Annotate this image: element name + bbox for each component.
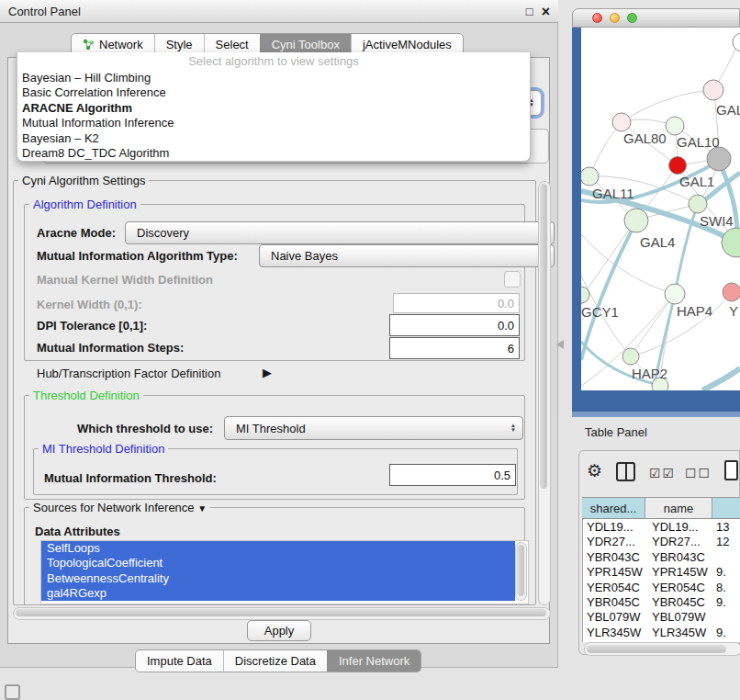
table-row[interactable]: YLR345WYLR345W9. bbox=[582, 626, 740, 640]
which-threshold-combo[interactable]: MI Threshold ▲▼ bbox=[224, 416, 523, 440]
network-node[interactable] bbox=[722, 228, 740, 257]
select-all-checkboxes-icon[interactable]: ☑☑ bbox=[649, 466, 676, 480]
column-header-shared-name[interactable]: shared... bbox=[582, 497, 645, 519]
attribute-item-selected[interactable]: BetweennessCentrality bbox=[41, 571, 515, 586]
deselect-all-checkboxes-icon[interactable]: ☐☐ bbox=[685, 466, 712, 480]
scrollbar-thumb[interactable] bbox=[517, 545, 524, 596]
tab-infer-network[interactable]: Infer Network bbox=[327, 650, 420, 672]
dropdown-item[interactable]: Dream8 DC_TDC Algorithm bbox=[17, 146, 530, 161]
network-view-canvas[interactable]: GAL GAL80 GAL10 GAL1 GAL11 SWI4 GAL4 GCY… bbox=[581, 28, 740, 390]
table-row[interactable]: YBR043CYBR043C bbox=[582, 550, 740, 565]
network-node[interactable] bbox=[666, 117, 684, 135]
dropdown-item[interactable]: Basic Correlation Inference bbox=[17, 85, 530, 100]
spinner-icon: ▲▼ bbox=[510, 423, 516, 433]
network-node[interactable] bbox=[612, 113, 631, 131]
mi-steps-input[interactable] bbox=[389, 337, 520, 359]
scrollbar-thumb[interactable] bbox=[540, 184, 547, 489]
cyni-bottom-tabbar: Impute Data Discretize Data Infer Networ… bbox=[135, 649, 421, 672]
table-row[interactable]: YDR27...YDR27...12 bbox=[582, 535, 740, 549]
collapse-down-icon[interactable]: ▼ bbox=[197, 503, 207, 514]
mi-threshold-input[interactable] bbox=[389, 464, 516, 486]
algorithm-dropdown-list: Select algorithm to view settings Bayesi… bbox=[17, 52, 531, 162]
node-label: GAL4 bbox=[640, 234, 675, 250]
zoom-traffic-light[interactable] bbox=[627, 13, 637, 23]
aracne-mode-label: Aracne Mode: bbox=[37, 226, 116, 240]
mi-algorithm-type-combo[interactable]: Naive Bayes ▲▼ bbox=[259, 244, 555, 267]
table-row[interactable]: YPR145WYPR145W9. bbox=[582, 565, 740, 580]
network-icon bbox=[83, 39, 95, 51]
expand-right-icon[interactable]: ▶ bbox=[263, 366, 272, 379]
network-frame bbox=[572, 28, 581, 413]
attribute-item-selected[interactable]: gal4RGexp bbox=[41, 586, 515, 601]
node-label: Y bbox=[729, 303, 738, 319]
network-node[interactable] bbox=[707, 147, 731, 171]
dropdown-item[interactable]: Mutual Information Inference bbox=[17, 116, 530, 130]
node-label: GAL80 bbox=[623, 130, 667, 146]
which-threshold-label: Which threshold to use: bbox=[77, 422, 213, 435]
tab-impute-data[interactable]: Impute Data bbox=[136, 650, 223, 672]
apply-button[interactable]: Apply bbox=[247, 620, 311, 641]
threshold-definition-title: Threshold Definition bbox=[29, 389, 143, 402]
table-horizontal-scrollbar[interactable] bbox=[584, 642, 740, 656]
panel-splitter-handle[interactable] bbox=[556, 340, 564, 349]
network-node[interactable] bbox=[624, 209, 648, 232]
network-frame-edge bbox=[572, 412, 740, 417]
manual-kernel-width-checkbox[interactable] bbox=[504, 271, 521, 288]
tab-discretize-data[interactable]: Discretize Data bbox=[223, 650, 327, 672]
dpi-tolerance-input[interactable] bbox=[389, 314, 520, 336]
columns-icon[interactable] bbox=[616, 462, 635, 481]
node-label: GAL1 bbox=[679, 174, 714, 189]
dropdown-placeholder: Select algorithm to view settings bbox=[17, 52, 530, 71]
algorithm-definition-title: Algorithm Definition bbox=[29, 198, 140, 211]
attributes-scrollbar[interactable] bbox=[515, 542, 527, 601]
table-row[interactable]: YBR045CYBR045C9. bbox=[582, 595, 740, 610]
dropdown-item-selected[interactable]: ARACNE Algorithm bbox=[17, 101, 530, 116]
attribute-item-selected[interactable]: SelfLoops bbox=[41, 541, 515, 556]
scrollbar-thumb[interactable] bbox=[16, 609, 546, 616]
network-window-titlebar bbox=[572, 8, 740, 28]
node-label: HAP4 bbox=[677, 303, 712, 319]
network-node-gal1[interactable] bbox=[669, 157, 687, 175]
aracne-mode-combo[interactable]: Discovery ▲▼ bbox=[125, 221, 555, 244]
network-node[interactable] bbox=[733, 33, 740, 51]
float-window-icon[interactable]: □ bbox=[526, 6, 533, 17]
network-node[interactable] bbox=[622, 348, 639, 365]
node-label: GCY1 bbox=[581, 304, 619, 320]
node-label: GAL bbox=[716, 102, 740, 118]
attribute-item-selected[interactable]: TopologicalCoefficient bbox=[41, 556, 515, 570]
gear-icon[interactable]: ⚙ bbox=[587, 462, 602, 480]
table-row[interactable]: YER054CYER054C8. bbox=[582, 581, 740, 595]
close-icon[interactable]: × bbox=[542, 6, 550, 17]
network-frame bbox=[572, 390, 740, 412]
data-attributes-label: Data Attributes bbox=[35, 525, 120, 538]
dropdown-item[interactable]: Bayesian – K2 bbox=[17, 131, 530, 146]
kernel-width-label: Kernel Width (0,1): bbox=[37, 298, 142, 311]
table-row[interactable]: YDL19...YDL19...13 bbox=[582, 520, 740, 535]
hub-definition-label: Hub/Transcription Factor Definition bbox=[37, 367, 220, 380]
settings-horizontal-scrollbar[interactable] bbox=[13, 607, 551, 620]
network-node[interactable] bbox=[581, 167, 599, 186]
kernel-width-input[interactable] bbox=[393, 293, 520, 313]
node-label: GAL11 bbox=[592, 186, 634, 201]
table-row[interactable]: YBL079WYBL079W bbox=[582, 610, 740, 625]
column-header-partial[interactable] bbox=[712, 497, 740, 519]
scrollbar-thumb[interactable] bbox=[587, 645, 726, 653]
dropdown-item[interactable]: Bayesian – Hill Climbing bbox=[17, 71, 530, 85]
minimize-traffic-light[interactable] bbox=[610, 13, 620, 23]
network-node[interactable] bbox=[689, 195, 707, 213]
settings-vertical-scrollbar[interactable] bbox=[538, 181, 551, 605]
sources-title: Sources for Network Inference ▼ bbox=[29, 501, 210, 515]
network-node[interactable] bbox=[723, 283, 740, 301]
network-node[interactable] bbox=[665, 284, 685, 304]
node-label: SWI4 bbox=[700, 213, 734, 229]
column-header-name[interactable]: name bbox=[645, 497, 712, 519]
table-rows: YDL19...YDL19...13 YDR27...YDR27...12 YB… bbox=[582, 520, 740, 642]
minimized-window-icon[interactable] bbox=[5, 684, 20, 700]
control-panel-titlebar: Control Panel □ × bbox=[0, 0, 558, 23]
group-title: Cyni Algorithm Settings bbox=[18, 174, 149, 187]
document-icon[interactable] bbox=[724, 460, 738, 480]
network-graph: GAL GAL80 GAL10 GAL1 GAL11 SWI4 GAL4 GCY… bbox=[581, 28, 740, 390]
network-node-labels: GAL GAL80 GAL10 GAL1 GAL11 SWI4 GAL4 GCY… bbox=[581, 102, 740, 381]
network-node[interactable] bbox=[703, 80, 723, 100]
close-traffic-light[interactable] bbox=[592, 13, 602, 23]
